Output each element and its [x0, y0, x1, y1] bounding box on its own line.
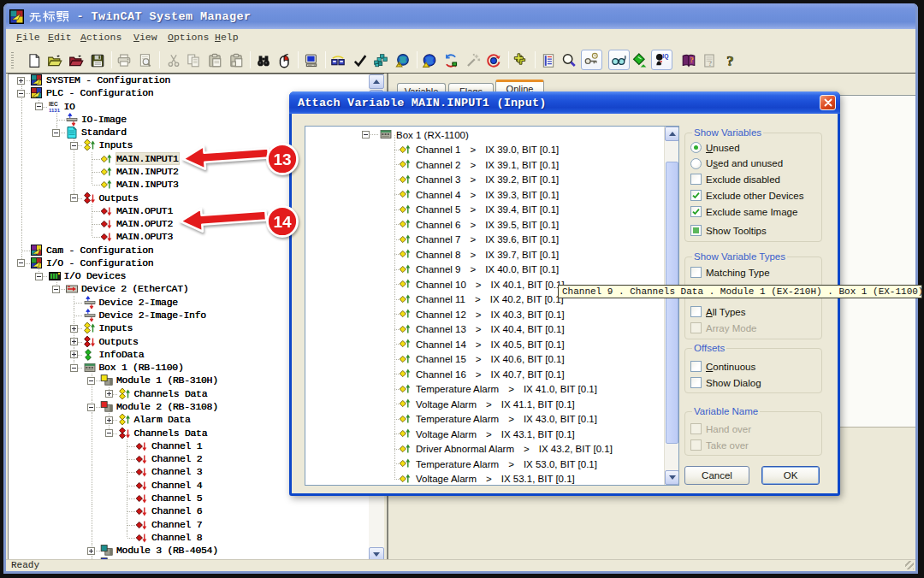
- checkbox-control[interactable]: [690, 267, 702, 278]
- menu-edit[interactable]: Edit: [48, 32, 72, 43]
- expand-icon[interactable]: [105, 416, 113, 424]
- dialog-list-item[interactable]: Channel 7>IX 39.6, BIT [0.1]: [305, 233, 663, 247]
- tree-item-label[interactable]: Device 2-Image: [99, 297, 178, 308]
- dialog-list-item[interactable]: Channel 16>IX 40.7, BIT [0.1]: [305, 367, 663, 381]
- show-online-glasses-icon[interactable]: [608, 50, 630, 70]
- dialog-list-item[interactable]: Channel 2>IX 39.1, BIT [0.1]: [305, 157, 663, 172]
- variable-list[interactable]: Box 1 (RX-1100)Channel 1>IX 39.0, BIT [0…: [305, 126, 679, 486]
- tree-item-label[interactable]: Outputs: [99, 336, 139, 347]
- tree-item-label[interactable]: Channel 8: [151, 532, 202, 543]
- dialog-list-item[interactable]: Channel 6>IX 39.5, BIT [0.1]: [305, 217, 663, 232]
- restart-system-icon[interactable]: [486, 52, 502, 68]
- insert-plus-icon[interactable]: [513, 52, 530, 68]
- tree-item-label[interactable]: Standard: [81, 127, 127, 138]
- dialog-list-item[interactable]: Channel 9>IX 40.0, BIT [0.1]: [305, 262, 663, 277]
- dialog-list-item[interactable]: Channel 1>IX 39.0, BIT [0.1]: [305, 143, 663, 157]
- menu-help[interactable]: Help: [215, 32, 239, 43]
- dialog-list-item[interactable]: Channel 13>IX 40.4, BIT [0.1]: [305, 322, 663, 337]
- tree-item-system-configuration[interactable]: SYSTEM - Configuration: [9, 74, 384, 87]
- tree-item-channel-8[interactable]: Channel 8: [9, 531, 384, 545]
- checkbox-continuous[interactable]: Continuous: [690, 361, 755, 372]
- tree-item-label[interactable]: InfoData: [99, 349, 145, 360]
- dialog-list-item[interactable]: Channel 14>IX 40.5, BIT [0.1]: [305, 337, 663, 351]
- dialog-list-item[interactable]: Channel 15>IX 40.6, BIT [0.1]: [305, 352, 663, 367]
- expand-icon[interactable]: [70, 338, 78, 345]
- event-list-icon[interactable]: [541, 52, 557, 68]
- collapse-icon[interactable]: [52, 129, 60, 137]
- checkbox-control[interactable]: [690, 377, 702, 388]
- collapse-icon[interactable]: [362, 131, 370, 139]
- dialog-list-item[interactable]: Voltage Alarm>IX 43.1, BIT [0.1]: [305, 427, 663, 441]
- open-project-icon[interactable]: [68, 52, 85, 68]
- collapse-icon[interactable]: [35, 103, 43, 110]
- dialog-list-item[interactable]: Temperature Alarm>IX 41.0, BIT [0.1]: [305, 382, 663, 397]
- tree-item-label[interactable]: Channel 7: [151, 519, 202, 530]
- tree-item-module-3-rb-4054-[interactable]: Module 3 (RB-4054): [9, 544, 384, 557]
- checkbox-control[interactable]: [690, 361, 702, 372]
- menu-actions[interactable]: Actions: [80, 32, 121, 43]
- tree-item-label[interactable]: Module 2 (RB-3108): [116, 401, 218, 412]
- dialog-list-item[interactable]: Voltage Alarm>IX 53.1, BIT [0.1]: [305, 472, 663, 486]
- tree-item-label[interactable]: MAIN.OPUT1: [116, 205, 173, 216]
- checkbox-array-mode[interactable]: Array Mode: [690, 322, 756, 333]
- expand-icon[interactable]: [70, 351, 78, 358]
- tree-item-channel-6[interactable]: Channel 6: [9, 504, 384, 518]
- checkbox-control[interactable]: [690, 225, 702, 236]
- dialog-list-item[interactable]: Channel 5>IX 39.4, BIT [0.1]: [305, 203, 663, 217]
- dialog-list-item[interactable]: Temperature Alarm>IX 53.0, BIT [0.1]: [305, 457, 663, 471]
- tree-item-label[interactable]: Channels Data: [134, 428, 208, 439]
- collapse-icon[interactable]: [70, 364, 78, 372]
- tree-item-label[interactable]: Channel 4: [151, 480, 202, 491]
- dialog-list-root[interactable]: Box 1 (RX-1100): [305, 127, 663, 142]
- print-preview-icon[interactable]: [138, 52, 154, 68]
- free-run-diamond-icon[interactable]: [632, 52, 649, 68]
- reload-devices-icon[interactable]: [443, 52, 459, 68]
- checkbox-control[interactable]: [690, 190, 702, 201]
- help-book-icon[interactable]: ?: [681, 52, 697, 68]
- ok-button[interactable]: OK: [761, 466, 820, 485]
- checkbox-control[interactable]: [690, 322, 702, 333]
- access-key-icon[interactable]: [581, 50, 602, 70]
- resize-grip[interactable]: [905, 561, 914, 569]
- tree-item-label[interactable]: MAIN.INPUT3: [116, 179, 179, 190]
- list-scrollbar[interactable]: [664, 127, 678, 485]
- tree-item-channel-7[interactable]: Channel 7: [9, 518, 384, 532]
- radio-unused[interactable]: Unused: [690, 142, 740, 153]
- checkbox-control[interactable]: [690, 206, 702, 217]
- tree-item-label[interactable]: PLC - Configuration: [46, 87, 153, 98]
- tree-item-label[interactable]: Channels Data: [134, 388, 208, 399]
- checkbox-control[interactable]: [690, 423, 702, 434]
- checkbox-control[interactable]: [690, 306, 702, 317]
- expand-icon[interactable]: [17, 77, 25, 85]
- menu-file[interactable]: File: [16, 32, 40, 43]
- dialog-list-item[interactable]: Temperature Alarm>IX 43.0, BIT [0.1]: [305, 412, 663, 427]
- collapse-icon[interactable]: [17, 259, 25, 267]
- checkbox-matching-type[interactable]: Matching Type: [690, 267, 770, 278]
- collapse-icon[interactable]: [52, 286, 60, 293]
- tree-item-label[interactable]: Alarm Data: [134, 414, 191, 425]
- tree-item-label[interactable]: Device 2-Image-Info: [99, 310, 206, 321]
- checkbox-all-types[interactable]: All Types: [690, 306, 745, 317]
- radio-control[interactable]: [690, 142, 702, 153]
- dialog-close-button[interactable]: [820, 95, 836, 110]
- dialog-list-item[interactable]: Channel 12>IX 40.3, BIT [0.1]: [305, 307, 663, 321]
- mouse-icon[interactable]: [276, 52, 293, 68]
- tree-item-label[interactable]: Channel 1: [151, 440, 202, 451]
- dialog-list-item[interactable]: Channel 3>IX 39.2, BIT [0.1]: [305, 173, 663, 187]
- collapse-icon[interactable]: [70, 194, 78, 202]
- globe-online-icon[interactable]: [422, 52, 438, 68]
- collapse-icon[interactable]: [87, 377, 95, 385]
- copy-icon[interactable]: [186, 52, 202, 68]
- tree-item-label[interactable]: SYSTEM - Configuration: [46, 74, 170, 86]
- help-question-icon[interactable]: ?: [723, 52, 739, 68]
- list-scroll-down-button[interactable]: [665, 470, 679, 485]
- tree-item-label[interactable]: Outputs: [99, 192, 139, 203]
- tree-item-label[interactable]: Module 3 (RB-4054): [116, 545, 218, 556]
- watch-iq-icon[interactable]: IQ: [651, 50, 672, 70]
- tree-item-label[interactable]: Channel 5: [151, 492, 202, 504]
- tree-item-label[interactable]: Cam - Configuration: [46, 245, 153, 256]
- tree-item-label[interactable]: Channel 3: [151, 466, 202, 477]
- paste-special-icon[interactable]: [228, 52, 245, 68]
- tree-item-label[interactable]: Device 2 (EtherCAT): [81, 283, 188, 294]
- tree-item-label[interactable]: Box 1 (RB-1100): [99, 362, 184, 373]
